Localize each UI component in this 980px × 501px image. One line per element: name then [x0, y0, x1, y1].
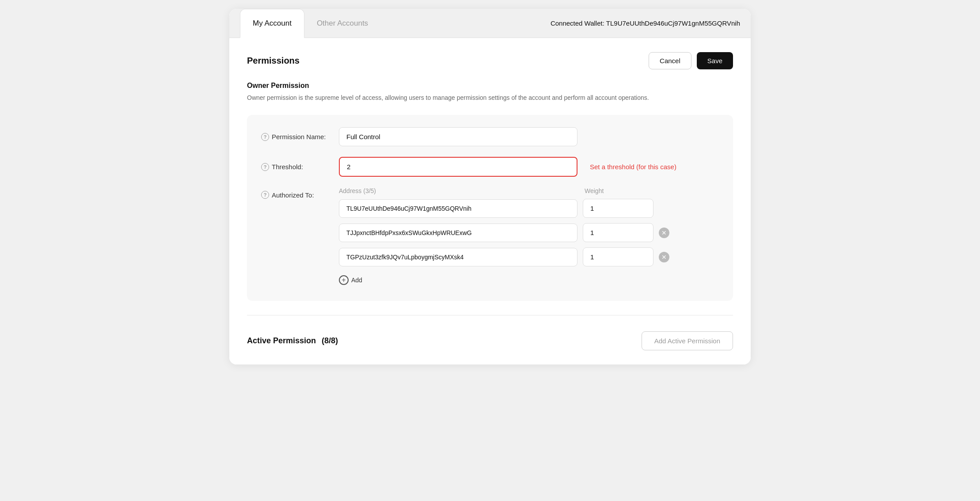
permissions-title: Permissions: [247, 56, 300, 66]
address-input-2[interactable]: [339, 224, 577, 242]
threshold-label: ? Threshold:: [261, 163, 332, 171]
authorized-header: Address (3/5) Weight: [339, 187, 719, 194]
weight-input-3[interactable]: [583, 247, 653, 266]
cancel-button[interactable]: Cancel: [649, 52, 691, 69]
threshold-row: ? Threshold: Set a threshold (for this c…: [261, 157, 719, 177]
address-row-3: ✕: [339, 247, 719, 266]
divider: [247, 315, 733, 315]
tab-other-accounts[interactable]: Other Accounts: [304, 9, 380, 38]
threshold-input[interactable]: [339, 157, 577, 177]
add-circle-icon: +: [339, 275, 349, 285]
remove-address-3-button[interactable]: ✕: [659, 252, 669, 262]
weight-input-1[interactable]: [583, 199, 653, 218]
add-active-permission-button[interactable]: Add Active Permission: [642, 331, 733, 350]
address-row-1: [339, 199, 719, 218]
section-header: Permissions Cancel Save: [247, 52, 733, 69]
permission-name-help-icon[interactable]: ?: [261, 133, 269, 141]
threshold-hint: Set a threshold (for this case): [590, 163, 676, 171]
active-permission-bar: Active Permission (8/8) Add Active Permi…: [247, 328, 733, 350]
authorized-help-icon[interactable]: ?: [261, 191, 269, 199]
address-col-header: Address (3/5): [339, 187, 577, 194]
owner-permission-section: Owner Permission Owner permission is the…: [247, 82, 733, 301]
save-button[interactable]: Save: [697, 52, 733, 69]
main-content: Permissions Cancel Save Owner Permission…: [229, 38, 751, 364]
permission-name-row: ? Permission Name:: [261, 127, 719, 146]
authorized-to-label: ? Authorized To:: [261, 187, 332, 199]
address-input-3[interactable]: [339, 248, 577, 266]
add-address-button[interactable]: + Add: [339, 272, 362, 288]
permission-name-label: ? Permission Name:: [261, 133, 332, 141]
tab-my-account[interactable]: My Account: [240, 9, 304, 38]
weight-col-header: Weight: [585, 187, 655, 194]
weight-input-2[interactable]: [583, 223, 653, 242]
permission-name-input[interactable]: [339, 127, 577, 146]
header-buttons: Cancel Save: [649, 52, 733, 69]
authorized-fields: Address (3/5) Weight ✕: [339, 187, 719, 288]
active-permission-title: Active Permission (8/8): [247, 336, 338, 345]
authorized-to-row: ? Authorized To: Address (3/5) Weight: [261, 187, 719, 288]
threshold-help-icon[interactable]: ?: [261, 163, 269, 171]
owner-permission-desc: Owner permission is the supreme level of…: [247, 93, 733, 102]
connected-wallet: Connected Wallet: TL9U7eUUthDe946uCj97W1…: [551, 10, 740, 37]
form-area: ? Permission Name: ? Threshold: Set a th…: [247, 115, 733, 301]
remove-address-2-button[interactable]: ✕: [659, 228, 669, 238]
address-row-2: ✕: [339, 223, 719, 242]
main-container: My Account Other Accounts Connected Wall…: [229, 9, 751, 364]
owner-permission-title: Owner Permission: [247, 82, 733, 90]
tab-bar: My Account Other Accounts Connected Wall…: [229, 9, 751, 38]
address-input-1[interactable]: [339, 199, 577, 218]
active-title-text: Active Permission (8/8): [247, 336, 338, 345]
